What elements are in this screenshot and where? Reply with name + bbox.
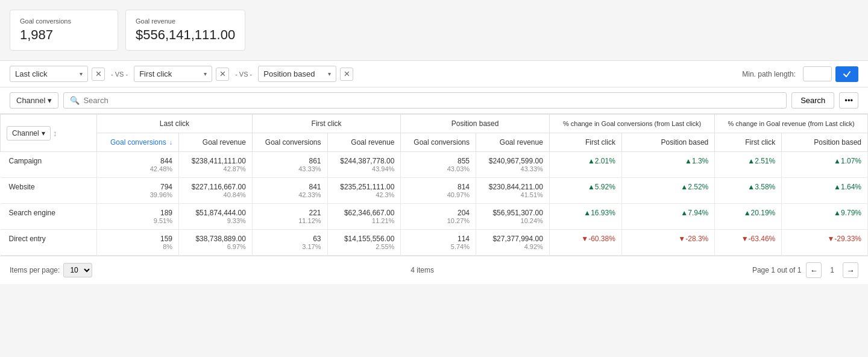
pb-conv-col-header: Position based (621, 133, 714, 152)
search-bar: Channel ▾ 🔍 Search ••• (0, 87, 868, 114)
current-page-number: 1 (826, 266, 838, 274)
model1-clear-button[interactable]: ✕ (92, 68, 105, 81)
table-cell: 633.17% (252, 230, 327, 256)
pagination-section: Page 1 out of 1 ← 1 → (752, 262, 858, 278)
goal-revenue-label: Goal revenue (136, 17, 235, 25)
gc2-col-header: Goal conversions (252, 133, 327, 152)
position-based-group-header: Position based (401, 115, 550, 133)
model1-label: Last click (15, 69, 47, 78)
channel-header-cell: Channel ▾ ↕ (1, 115, 97, 152)
controls-bar: Last click ▾ ✕ - VS - First click ▾ ✕ - … (0, 60, 868, 87)
channel-cell: Direct entry (1, 230, 97, 256)
gc1-sort-icon: ↓ (169, 139, 172, 146)
table-cell: ▲1.64% (782, 178, 868, 204)
table-cell: 1145.74% (401, 230, 476, 256)
summary-section: Goal conversions 1,987 Goal revenue $556… (0, 0, 868, 60)
table-cell: ▼-28.3% (621, 230, 714, 256)
change-conversions-group-header: % change in Goal conversions (from Last … (549, 115, 714, 133)
model3-dropdown[interactable]: Position based ▾ (258, 66, 336, 82)
min-path-label: Min. path length: (742, 70, 796, 78)
table-cell: ▼-60.38% (549, 230, 621, 256)
pb-rev-col-header: Position based (782, 133, 868, 152)
table-cell: ▲16.93% (549, 204, 621, 230)
table-cell: 1598% (97, 230, 179, 256)
table-cell: ▲2.51% (715, 152, 782, 178)
table-row: Search engine1899.51%$51,874,444.009.33%… (1, 204, 868, 230)
table-cell: $230,844,211.0041.51% (476, 178, 550, 204)
table-cell: ▲1.07% (782, 152, 868, 178)
comparison-table: Channel ▾ ↕ Last click First click Posit… (0, 114, 868, 256)
table-cell: $27,377,994.004.92% (476, 230, 550, 256)
model2-dropdown[interactable]: First click ▾ (134, 66, 212, 82)
table-body: Campaign84442.48%$238,411,111.0042.87%86… (1, 152, 868, 256)
gr1-col-header: Goal revenue (179, 133, 253, 152)
table-cell: $56,951,307.0010.24% (476, 204, 550, 230)
table-cell: ▲7.94% (621, 204, 714, 230)
model1-chevron-icon: ▾ (80, 71, 83, 77)
channel-cell: Website (1, 178, 97, 204)
goal-conversions-label: Goal conversions (20, 17, 108, 25)
channel-cell: Campaign (1, 152, 97, 178)
model1-dropdown[interactable]: Last click ▾ (10, 66, 88, 82)
table-cell: ▼-63.46% (715, 230, 782, 256)
table-cell: ▼-29.33% (782, 230, 868, 256)
table-cell: $38,738,889.006.97% (179, 230, 253, 256)
channel-label: Channel (16, 96, 45, 105)
table-cell: 20410.27% (401, 204, 476, 230)
apply-button[interactable] (835, 66, 858, 82)
goal-conversions-card: Goal conversions 1,987 (10, 10, 118, 51)
table-cell: $244,387,778.0043.94% (327, 152, 401, 178)
channel-col-label: Channel (12, 129, 39, 137)
channel-chevron-icon: ▾ (48, 96, 52, 105)
table-cell: $240,967,599.0043.33% (476, 152, 550, 178)
min-path-input[interactable] (803, 66, 832, 81)
vs1-text: - VS - (108, 71, 130, 78)
next-page-button[interactable]: → (843, 262, 858, 278)
channel-dropdown[interactable]: Channel ▾ (10, 92, 58, 109)
table-cell: 81440.97% (401, 178, 476, 204)
table-cell: $227,116,667.0040.84% (179, 178, 253, 204)
search-button[interactable]: Search (791, 92, 834, 109)
model2-clear-button[interactable]: ✕ (216, 68, 229, 81)
table-cell: 1899.51% (97, 204, 179, 230)
search-input[interactable] (83, 96, 780, 105)
table-cell: ▲9.79% (782, 204, 868, 230)
search-input-wrapper: 🔍 (63, 92, 787, 109)
gr2-col-header: Goal revenue (327, 133, 401, 152)
channel-cell: Search engine (1, 204, 97, 230)
table-cell: 85543.03% (401, 152, 476, 178)
channel-col-dropdown[interactable]: Channel ▾ (7, 126, 51, 141)
table-cell: 84142.33% (252, 178, 327, 204)
change-revenue-group-header: % change in Goal revenue (from Last clic… (715, 115, 868, 133)
channel-col-chevron-icon: ▾ (42, 129, 45, 137)
table-cell: 79439.96% (97, 178, 179, 204)
model2-label: First click (139, 69, 172, 78)
model3-label: Position based (263, 69, 315, 78)
total-items-text: 4 items (99, 266, 745, 274)
table-sub-header-row: Goal conversions ↓ Goal revenue Goal con… (1, 133, 868, 152)
data-table-section: Channel ▾ ↕ Last click First click Posit… (0, 114, 868, 256)
footer-bar: Items per page: 10 25 50 4 items Page 1 … (0, 256, 868, 284)
page-info-text: Page 1 out of 1 (752, 266, 801, 274)
table-cell: 84442.48% (97, 152, 179, 178)
goal-revenue-value: $556,141,111.00 (136, 27, 235, 43)
table-group-header-row: Channel ▾ ↕ Last click First click Posit… (1, 115, 868, 133)
table-cell: ▲1.3% (621, 152, 714, 178)
goal-conversions-value: 1,987 (20, 27, 108, 43)
goal-revenue-card: Goal revenue $556,141,111.00 (125, 10, 245, 51)
first-click-group-header: First click (252, 115, 401, 133)
table-cell: 22111.12% (252, 204, 327, 230)
channel-sort-icon[interactable]: ↕ (53, 128, 57, 138)
table-cell: ▲3.58% (715, 178, 782, 204)
model3-clear-button[interactable]: ✕ (340, 68, 353, 81)
table-cell: $235,251,111.0042.3% (327, 178, 401, 204)
more-options-button[interactable]: ••• (839, 92, 858, 109)
gc3-col-header: Goal conversions (401, 133, 476, 152)
table-cell: $238,411,111.0042.87% (179, 152, 253, 178)
per-page-select[interactable]: 10 25 50 (63, 263, 92, 277)
table-cell: ▲2.52% (621, 178, 714, 204)
prev-page-button[interactable]: ← (806, 262, 822, 278)
last-click-group-header: Last click (97, 115, 253, 133)
gc1-sort-link[interactable]: Goal conversions ↓ (110, 138, 172, 147)
table-cell: 86143.33% (252, 152, 327, 178)
